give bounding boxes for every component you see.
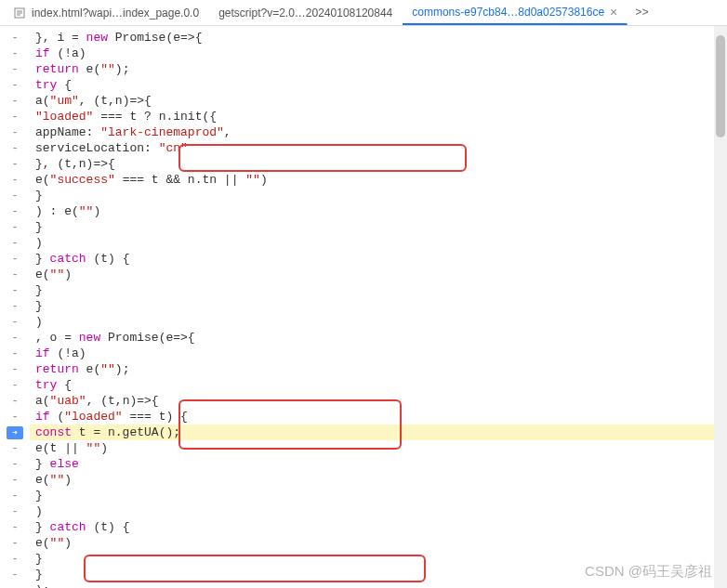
code-line[interactable]: e("")	[30, 535, 727, 551]
code-line[interactable]: "loaded" === t ? n.init({	[30, 109, 727, 124]
gutter-dash: -	[11, 63, 18, 76]
tab-bar: index.html?wapi…index_page.0.0getscript?…	[0, 0, 727, 26]
gutter-dash: -	[11, 268, 18, 281]
gutter-line: -	[0, 361, 30, 377]
code-line[interactable]: }, (t,n)=>{	[30, 156, 727, 172]
gutter-line: -	[0, 219, 30, 235]
code-line[interactable]: }, i = new Promise(e=>{	[30, 30, 727, 46]
gutter-dash: -	[11, 142, 18, 155]
scrollbar-thumb[interactable]	[716, 35, 725, 137]
file-tab[interactable]: getscript?v=2.0…20240108120844	[209, 3, 403, 23]
code-line[interactable]: )	[30, 503, 727, 519]
code-line[interactable]: ) : e("")	[30, 203, 727, 219]
gutter-line: -	[0, 298, 30, 314]
gutter-line: -	[0, 567, 30, 582]
gutter-line: -	[0, 109, 30, 124]
code-line[interactable]: e(t || "")	[30, 440, 727, 456]
gutter-line: -	[0, 251, 30, 267]
gutter-dash: -	[11, 284, 18, 297]
code-line[interactable]: try {	[30, 377, 727, 393]
gutter-dash: -	[11, 237, 18, 250]
code-line[interactable]: );	[30, 582, 727, 588]
code-line[interactable]: }	[30, 219, 727, 235]
code-line[interactable]: }	[30, 298, 727, 314]
gutter-line: -	[0, 346, 30, 361]
gutter-line: -	[0, 551, 30, 567]
gutter-line: -	[0, 124, 30, 140]
code-line[interactable]: a("uab", (t,n)=>{	[30, 393, 727, 409]
code-line[interactable]: , o = new Promise(e=>{	[30, 330, 727, 346]
code-line[interactable]: e("")	[30, 267, 727, 282]
code-line[interactable]: return e("");	[30, 61, 727, 77]
gutter-dash: -	[11, 490, 18, 503]
gutter-dash: -	[11, 221, 18, 234]
gutter-line: -	[0, 330, 30, 346]
gutter-dash: -	[11, 379, 18, 392]
gutter-line: -	[0, 267, 30, 282]
code-line[interactable]: const t = n.getUA();	[30, 425, 727, 440]
gutter-line: -	[0, 203, 30, 219]
gutter-dash: -	[11, 363, 18, 376]
gutter-line: -	[0, 535, 30, 551]
file-tab[interactable]: index.html?wapi…index_page.0.0	[4, 3, 209, 23]
code-line[interactable]: } catch (t) {	[30, 519, 727, 535]
tab-label: index.html?wapi…index_page.0.0	[32, 7, 199, 20]
gutter-line: -	[0, 503, 30, 519]
tab-label: commons-e97cb84…8d0a02573816ce	[412, 6, 604, 19]
gutter-dash: -	[11, 553, 18, 566]
file-tab[interactable]: commons-e97cb84…8d0a02573816ce×	[403, 1, 628, 25]
more-tabs-icon[interactable]: >>	[628, 7, 655, 20]
code-line[interactable]: if (!a)	[30, 346, 727, 361]
gutter-dash: -	[11, 584, 18, 589]
gutter-line: -	[0, 472, 30, 488]
gutter-dash: -	[11, 111, 18, 124]
gutter-line: -	[0, 93, 30, 109]
code-line[interactable]: }	[30, 188, 727, 203]
code-line[interactable]: }	[30, 488, 727, 503]
code-line[interactable]: } catch (t) {	[30, 251, 727, 267]
code-line[interactable]: }	[30, 282, 727, 298]
code-line[interactable]: a("um", (t,n)=>{	[30, 93, 727, 109]
code-line[interactable]: appName: "lark-cinemaprod",	[30, 124, 727, 140]
code-line[interactable]: if ("loaded" === t) {	[30, 409, 727, 425]
gutter-line: -	[0, 377, 30, 393]
gutter-line: -	[0, 156, 30, 172]
gutter-dash: -	[11, 568, 18, 581]
gutter-line: -	[0, 46, 30, 61]
gutter-dash: -	[11, 411, 18, 424]
gutter-line: -	[0, 456, 30, 472]
code-line[interactable]: e("")	[30, 472, 727, 488]
code-line[interactable]: return e("");	[30, 361, 727, 377]
code-line[interactable]: if (!a)	[30, 46, 727, 61]
gutter-line: -	[0, 282, 30, 298]
gutter-line: -	[0, 30, 30, 46]
code-line[interactable]: } else	[30, 456, 727, 472]
vertical-scrollbar[interactable]	[714, 26, 727, 588]
gutter-dash: -	[11, 521, 18, 534]
gutter-dash: -	[11, 47, 18, 60]
gutter-dash: -	[11, 205, 18, 218]
code-line[interactable]: e("success" === t && n.tn || "")	[30, 172, 727, 188]
gutter-line: -	[0, 488, 30, 503]
gutter-dash: -	[11, 474, 18, 487]
gutter-line: -	[0, 61, 30, 77]
file-icon	[13, 7, 26, 20]
code-line[interactable]: serviceLocation: "cn"	[30, 140, 727, 156]
gutter-line: ➔	[0, 425, 30, 440]
gutter-dash: -	[11, 395, 18, 408]
gutter-dash: -	[11, 79, 18, 92]
gutter-dash: -	[11, 537, 18, 550]
gutter-line: -	[0, 188, 30, 203]
code-line[interactable]: )	[30, 314, 727, 330]
gutter-line: -	[0, 314, 30, 330]
watermark: CSDN @码王吴彦祖	[585, 563, 712, 581]
gutter-line: -	[0, 393, 30, 409]
gutter-line: -	[0, 440, 30, 456]
gutter-dash: -	[11, 442, 18, 455]
code-line[interactable]: )	[30, 235, 727, 251]
close-icon[interactable]: ×	[610, 5, 617, 20]
gutter: -------------------------➔-------------	[0, 26, 30, 588]
code-line[interactable]: try {	[30, 77, 727, 93]
code-area[interactable]: }, i = new Promise(e=>{ if (!a) return e…	[30, 26, 727, 588]
gutter-dash: -	[11, 347, 18, 360]
